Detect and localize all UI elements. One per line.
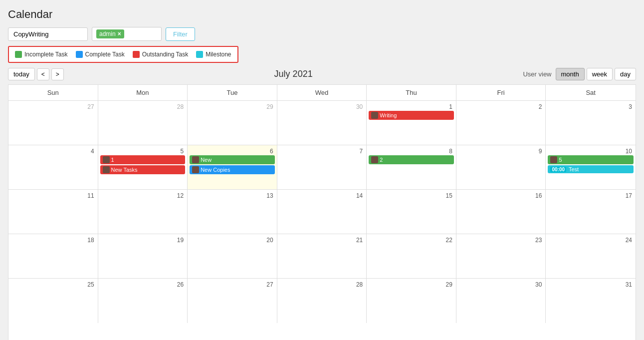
avatar-icon bbox=[371, 112, 378, 119]
event-5[interactable]: 5 bbox=[548, 155, 634, 164]
calendar-cell-jul6: 6 New New Copies bbox=[188, 145, 277, 189]
legend-complete: Complete Task bbox=[76, 51, 125, 58]
calendar-week: 25 26 27 28 29 30 31 bbox=[8, 279, 636, 323]
calendar-cell: 28 bbox=[98, 101, 188, 145]
admin-tag[interactable]: admin × bbox=[96, 29, 124, 38]
calendar-week: 18 19 20 21 22 23 24 bbox=[8, 234, 636, 279]
event-test[interactable]: 00:00 Test bbox=[548, 165, 634, 173]
toolbar: admin × Filter bbox=[8, 27, 636, 41]
tag-label: admin bbox=[99, 30, 116, 37]
header-thu: Thu bbox=[367, 85, 456, 100]
nav-group: today < > bbox=[8, 68, 64, 80]
event-new-copies[interactable]: New Copies bbox=[190, 165, 275, 174]
calendar-cell-jul13: 13 bbox=[188, 190, 277, 234]
calendar-cell-jul3: 3 bbox=[546, 101, 636, 145]
calendar-cell-jul11: 11 bbox=[8, 190, 98, 234]
today-button[interactable]: today bbox=[8, 68, 35, 80]
event-new[interactable]: New bbox=[190, 155, 275, 164]
calendar-cell-jul8: 8 2 bbox=[367, 145, 456, 189]
legend-incomplete-label: Incomplete Task bbox=[24, 51, 68, 58]
prev-button[interactable]: < bbox=[37, 68, 49, 80]
outstanding-dot bbox=[133, 51, 140, 58]
calendar-cell-jul22: 22 bbox=[367, 234, 456, 278]
calendar-cell-jul26: 26 bbox=[98, 279, 188, 323]
complete-dot bbox=[76, 51, 83, 58]
event-label: 5 bbox=[559, 157, 562, 163]
app-container: Calendar admin × Filter Incomplete Task … bbox=[0, 0, 644, 340]
calendar-cell-jul5: 5 1 New Tasks bbox=[98, 145, 188, 189]
legend-milestone: Milestone bbox=[196, 51, 231, 58]
event-label: Test bbox=[569, 166, 579, 172]
calendar-days-header: Sun Mon Tue Wed Thu Fri Sat bbox=[8, 85, 636, 101]
calendar-cell: 27 bbox=[8, 101, 98, 145]
calendar-cell-jul24: 24 bbox=[546, 234, 636, 278]
calendar-cell-jul1: 1 Writing bbox=[367, 101, 456, 145]
calendar-cell-jul10: 10 5 00:00 Test bbox=[546, 145, 636, 189]
time-badge: 00:00 bbox=[550, 167, 566, 172]
calendar-cell-jul19: 19 bbox=[98, 234, 188, 278]
calendar-week: 27 28 29 30 1 Writing 2 3 bbox=[8, 101, 636, 145]
header-sat: Sat bbox=[546, 85, 636, 100]
legend-complete-label: Complete Task bbox=[85, 51, 125, 58]
calendar-header: today < > July 2021 User view month week… bbox=[8, 68, 636, 80]
view-month-button[interactable]: month bbox=[556, 68, 585, 80]
legend-outstanding-label: Outstanding Task bbox=[142, 51, 189, 58]
avatar-icon bbox=[192, 156, 199, 163]
calendar-cell-jul12: 12 bbox=[98, 190, 188, 234]
event-label: 1 bbox=[111, 157, 114, 163]
calendar-cell-jul20: 20 bbox=[188, 234, 277, 278]
header-tue: Tue bbox=[188, 85, 277, 100]
header-fri: Fri bbox=[456, 85, 546, 100]
avatar-icon bbox=[103, 156, 110, 163]
filter-button[interactable]: Filter bbox=[166, 27, 195, 41]
tag-remove-icon[interactable]: × bbox=[118, 30, 121, 37]
legend-box: Incomplete Task Complete Task Outstandin… bbox=[8, 46, 238, 63]
user-view-label: User view bbox=[523, 70, 551, 78]
calendar-cell-jul25: 25 bbox=[8, 279, 98, 323]
calendar-cell-jul21: 21 bbox=[277, 234, 367, 278]
legend-milestone-label: Milestone bbox=[206, 51, 231, 58]
header-mon: Mon bbox=[98, 85, 188, 100]
calendar-cell-jul31: 31 bbox=[546, 279, 636, 323]
calendar-cell: 29 bbox=[188, 101, 277, 145]
avatar-icon bbox=[550, 156, 557, 163]
view-week-button[interactable]: week bbox=[587, 68, 613, 80]
page-title: Calendar bbox=[8, 8, 636, 21]
calendar-week: 4 5 1 New Tasks 6 New bbox=[8, 145, 636, 190]
event-label: 2 bbox=[380, 157, 383, 163]
search-input[interactable] bbox=[8, 27, 88, 41]
view-day-button[interactable]: day bbox=[615, 68, 636, 80]
milestone-dot bbox=[196, 51, 203, 58]
calendar-cell-jul9: 9 bbox=[456, 145, 546, 189]
calendar-cell-jul23: 23 bbox=[456, 234, 546, 278]
avatar-icon bbox=[192, 166, 199, 173]
calendar-cell-jul18: 18 bbox=[8, 234, 98, 278]
event-writing[interactable]: Writing bbox=[369, 111, 454, 120]
calendar-cell-jul14: 14 bbox=[277, 190, 367, 234]
legend-incomplete: Incomplete Task bbox=[15, 51, 68, 58]
event-2[interactable]: 2 bbox=[369, 155, 454, 164]
calendar-cell-jul4: 4 bbox=[8, 145, 98, 189]
event-1[interactable]: 1 bbox=[100, 155, 186, 164]
next-button[interactable]: > bbox=[51, 68, 64, 80]
avatar-icon bbox=[371, 156, 378, 163]
calendar-week: 11 12 13 14 15 16 17 bbox=[8, 190, 636, 234]
header-sun: Sun bbox=[8, 85, 98, 100]
header-wed: Wed bbox=[277, 85, 367, 100]
event-label: Writing bbox=[380, 112, 397, 118]
calendar-cell-jul27: 27 bbox=[188, 279, 277, 323]
filter-tag-container: admin × bbox=[92, 27, 162, 41]
calendar-cell-jul30: 30 bbox=[456, 279, 546, 323]
calendar-cell-jul17: 17 bbox=[546, 190, 636, 234]
calendar-body: 27 28 29 30 1 Writing 2 3 4 5 bbox=[8, 101, 636, 340]
event-label: New Copies bbox=[201, 167, 230, 173]
event-label: New Tasks bbox=[111, 167, 138, 173]
calendar-cell-jul29: 29 bbox=[367, 279, 456, 323]
view-group: User view month week day bbox=[523, 68, 636, 80]
event-new-tasks[interactable]: New Tasks bbox=[100, 165, 186, 174]
calendar-cell: 30 bbox=[277, 101, 367, 145]
calendar-grid: Sun Mon Tue Wed Thu Fri Sat 27 28 29 30 … bbox=[8, 84, 636, 340]
avatar-icon bbox=[103, 166, 110, 173]
calendar-cell-jul28: 28 bbox=[277, 279, 367, 323]
incomplete-dot bbox=[15, 51, 22, 58]
